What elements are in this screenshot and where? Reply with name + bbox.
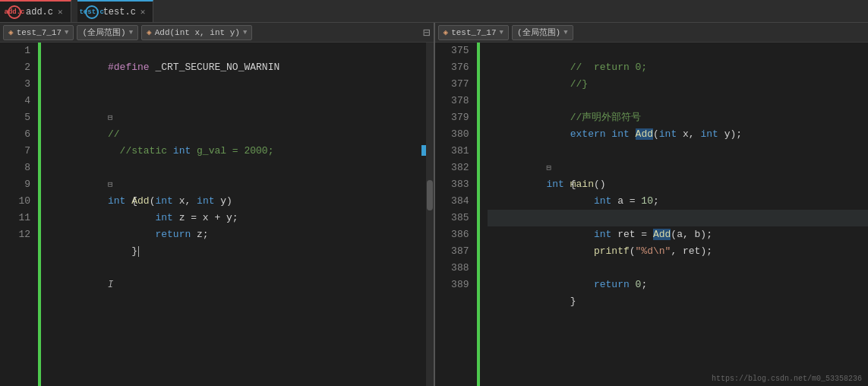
- code-line-8: ⊟ int Add(int x, int y): [49, 160, 426, 176]
- rcode-line-383: int a = 10;: [488, 176, 869, 193]
- left-func-icon: ◈: [147, 27, 152, 37]
- right-toolbar: ◈ test_7_17 ▼ (全局范围) ▼: [435, 23, 869, 43]
- tab-test-c[interactable]: test.c test.c ✕: [77, 0, 154, 22]
- ln-8: 8: [0, 160, 30, 176]
- left-editor-pane: ◈ test_7_17 ▼ (全局范围) ▼ ◈ Add(int x, int …: [0, 23, 435, 386]
- rcode-line-379: extern int Add(int x, int y);: [488, 109, 869, 126]
- ln-12: 12: [0, 226, 30, 243]
- right-toolbar-scope[interactable]: (全局范围) ▼: [512, 25, 573, 40]
- tab-circle-test: test.c: [85, 5, 99, 19]
- left-func-label: Add(int x, int y): [155, 28, 240, 37]
- code-line-5: //static int g_val = 2000;: [49, 109, 426, 126]
- code-line-11: return z;: [49, 210, 426, 226]
- code-line-7: [49, 143, 426, 160]
- rcode-line-384: int b = 20;: [488, 193, 869, 210]
- rln-381: 381: [435, 143, 469, 160]
- rln-389: 389: [435, 277, 469, 293]
- rln-376: 376: [435, 59, 469, 76]
- left-scroll-thumb[interactable]: [427, 180, 433, 210]
- right-scope-arrow: ▼: [563, 29, 567, 36]
- tab-name-test: test.c: [103, 7, 136, 17]
- ln-4: 4: [0, 93, 30, 109]
- right-project[interactable]: test_7_17: [451, 28, 496, 37]
- rln-387: 387: [435, 243, 469, 260]
- left-toolbar: ◈ test_7_17 ▼ (全局范围) ▼ ◈ Add(int x, int …: [0, 23, 434, 43]
- left-code-area: 1 2 3 4 5 6 7 8 9 10 11 12 #define _CRT_…: [0, 43, 434, 386]
- left-line-numbers: 1 2 3 4 5 6 7 8 9 10 11 12: [0, 43, 38, 386]
- rln-382: 382: [435, 160, 469, 176]
- rcode-line-381: ⊟ int main(): [488, 143, 869, 160]
- rcode-line-389: }: [488, 277, 869, 293]
- rln-383: 383: [435, 176, 469, 193]
- code-line-4: ⊟ //: [49, 93, 426, 109]
- right-code-area: 375 376 377 378 379 380 381 382 383 384 …: [435, 43, 869, 386]
- tab-label-add: add.c: [5, 8, 25, 16]
- rln-384: 384: [435, 193, 469, 210]
- rln-388: 388: [435, 260, 469, 277]
- cursor-i: I: [108, 280, 113, 290]
- tab-name-add: add.c: [26, 7, 53, 17]
- code-line-3: [49, 76, 426, 93]
- code-line-10: int z = x + y;: [49, 193, 426, 210]
- left-scope-arrow: ▼: [129, 29, 133, 36]
- code-line-9: {: [49, 176, 426, 193]
- left-scope-label: (全局范围): [82, 27, 125, 38]
- ln-6: 6: [0, 126, 30, 143]
- right-line-numbers: 375 376 377 378 379 380 381 382 383 384 …: [435, 43, 477, 386]
- rln-377: 377: [435, 76, 469, 93]
- right-code-content[interactable]: // return 0; //} //声明外部符号 extern int Add…: [480, 43, 869, 386]
- ln-3: 3: [0, 76, 30, 93]
- right-file-icon: ◈: [443, 27, 449, 37]
- rln-386: 386: [435, 226, 469, 243]
- rcode-line-386: printf("%d\n", ret);: [488, 226, 869, 243]
- watermark: https://blog.csdn.net/m0_53358236: [712, 375, 862, 383]
- left-project-arrow: ▼: [65, 29, 68, 36]
- right-scope-label: (全局范围): [517, 27, 560, 38]
- rln-378: 378: [435, 93, 469, 109]
- ln-10: 10: [0, 193, 30, 210]
- ln-2: 2: [0, 59, 30, 76]
- rcode-line-387: [488, 243, 869, 260]
- code-line-2: [49, 59, 426, 76]
- code-line-1: #define _CRT_SECURE_NO_WARNIN: [49, 43, 426, 59]
- rln-379: 379: [435, 109, 469, 126]
- right-toolbar-file-icon-item: ◈ test_7_17 ▼: [438, 25, 509, 40]
- rcode-line-375: // return 0;: [488, 43, 869, 59]
- text-cursor: [138, 246, 139, 257]
- rln-385: 385: [435, 210, 469, 226]
- left-toolbar-func[interactable]: ◈ Add(int x, int y) ▼: [141, 25, 252, 40]
- code-line-12: } I: [49, 226, 426, 243]
- tab-bar: add.c add.c ✕ test.c test.c ✕: [0, 0, 868, 23]
- left-func-arrow: ▼: [243, 29, 247, 36]
- rcode-line-378: //声明外部符号: [488, 93, 869, 109]
- tab-close-add[interactable]: ✕: [58, 7, 63, 17]
- left-scrollbar[interactable]: [426, 43, 434, 386]
- rcode-line-385: int ret = Add(a, b);: [488, 210, 869, 226]
- ln-1: 1: [0, 43, 30, 59]
- tab-circle-add: add.c: [8, 5, 21, 19]
- code-line-6: [49, 126, 426, 143]
- rcode-line-376: //}: [488, 59, 869, 76]
- right-project-arrow: ▼: [500, 29, 503, 36]
- left-file-icon: ◈: [8, 27, 14, 37]
- ln-7: 7: [0, 143, 30, 160]
- ln-11: 11: [0, 210, 30, 226]
- left-toolbar-scope[interactable]: (全局范围) ▼: [77, 25, 138, 40]
- tab-add-c[interactable]: add.c add.c ✕: [0, 0, 71, 22]
- rcode-line-388: return 0;: [488, 260, 869, 277]
- split-icon[interactable]: ⊟: [423, 25, 431, 40]
- rcode-line-380: [488, 126, 869, 143]
- editors-container: ◈ test_7_17 ▼ (全局范围) ▼ ◈ Add(int x, int …: [0, 23, 868, 386]
- ln-9: 9: [0, 176, 30, 193]
- tab-close-test[interactable]: ✕: [140, 7, 146, 17]
- left-toolbar-file-icon-item: ◈ test_7_17 ▼: [3, 25, 74, 40]
- rln-375: 375: [435, 43, 469, 59]
- tab-label-test: test.c: [79, 8, 103, 16]
- left-project[interactable]: test_7_17: [17, 28, 62, 37]
- left-code-content[interactable]: #define _CRT_SECURE_NO_WARNIN ⊟ // //sta…: [41, 43, 426, 386]
- rln-380: 380: [435, 126, 469, 143]
- ln-5: 5: [0, 109, 30, 126]
- rcode-line-382: {: [488, 160, 869, 176]
- right-editor-pane: ◈ test_7_17 ▼ (全局范围) ▼ 375 376 377 378 3…: [435, 23, 869, 386]
- rcode-line-377: [488, 76, 869, 93]
